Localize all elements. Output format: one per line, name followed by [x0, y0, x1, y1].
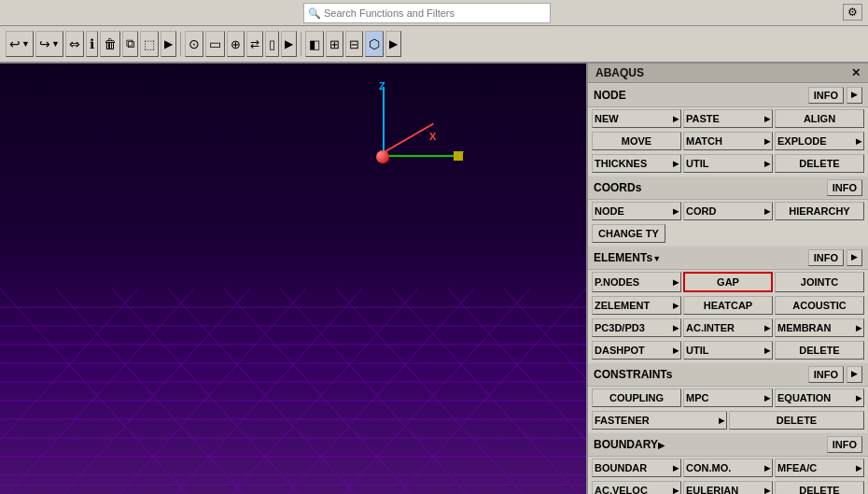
y-axis: [383, 155, 457, 157]
rect-icon: ▭: [209, 36, 221, 51]
redo-arrow: ▼: [51, 39, 60, 49]
filter-icon: ⊕: [231, 37, 241, 51]
elem-pnodes-btn[interactable]: P.NODES▶: [592, 272, 681, 292]
constr-fastener-btn[interactable]: FASTENER▶: [592, 411, 727, 430]
settings-button[interactable]: ⚙: [843, 4, 862, 21]
elem-acinter-btn[interactable]: AC.INTER▶: [683, 318, 773, 337]
undo-btn[interactable]: ↩ ▼: [6, 31, 34, 57]
node-paste-btn[interactable]: PASTE▶: [683, 109, 773, 128]
filter-btn[interactable]: ⊕: [227, 31, 245, 57]
viewport: Z Y X: [0, 64, 586, 494]
svg-line-23: [287, 289, 474, 494]
expand-btn[interactable]: ▶: [161, 31, 176, 57]
coords-cord-btn[interactable]: CORD▶: [683, 202, 773, 220]
cylinder-btn[interactable]: ▯: [265, 31, 279, 57]
expand2-icon: ▶: [285, 37, 293, 50]
rect-btn[interactable]: ▭: [205, 31, 225, 57]
node-explode-btn[interactable]: EXPLODE▶: [775, 132, 864, 150]
delete-btn[interactable]: 🗑: [100, 31, 120, 57]
bnd-boundar-btn[interactable]: BOUNDAR▶: [592, 459, 681, 477]
elem-heatcap-btn[interactable]: HEATCAP: [683, 296, 773, 315]
nav-expand-btn[interactable]: ▶: [385, 31, 401, 57]
elem-jointc-btn[interactable]: JOINTC: [775, 272, 864, 292]
mesh-btn[interactable]: ⊟: [345, 31, 363, 57]
node-section-header: NODE INFO ▶: [588, 83, 868, 107]
constraints-info-arrow[interactable]: ▶: [847, 366, 862, 383]
constraints-section-header: CONSTRAINTs INFO ▶: [588, 362, 868, 387]
info-btn[interactable]: ℹ: [86, 31, 98, 57]
svg-line-20: [504, 289, 586, 494]
elem-delete-btn[interactable]: DELETE: [775, 341, 864, 360]
copy2-btn[interactable]: ⬚: [140, 31, 159, 57]
view3d-btn[interactable]: ◧: [305, 31, 324, 57]
svg-line-29: [0, 289, 138, 494]
node-util-btn[interactable]: UTIL▶: [683, 154, 773, 173]
grid-btn[interactable]: ⊞: [326, 31, 343, 57]
svg-line-11: [0, 289, 187, 494]
info-icon: ℹ: [90, 36, 94, 51]
elements-info-btn[interactable]: INFO: [808, 249, 844, 266]
bnd-conmo-btn[interactable]: CON.MO.▶: [683, 459, 773, 477]
mesh-icon: ⊟: [349, 37, 359, 51]
elem-dashpot-btn[interactable]: DASHPOT▶: [592, 341, 681, 360]
panel: ABAQUS ✕ NODE INFO ▶ NEW▶ PASTE▶: [586, 64, 868, 494]
elem-pc3d-btn[interactable]: PC3D/PD3▶: [592, 318, 681, 337]
bnd-mfeac-btn[interactable]: MFEA/C▶: [775, 459, 864, 477]
panel-close-btn[interactable]: ✕: [851, 66, 861, 79]
elements-section-title: ELEMENTs▼: [594, 251, 661, 264]
svg-line-16: [280, 289, 467, 494]
elem-util-btn[interactable]: UTIL▶: [683, 341, 773, 360]
node-align-btn[interactable]: ALIGN: [775, 109, 864, 128]
elem-gap-btn[interactable]: GAP: [683, 272, 773, 292]
node-new-btn[interactable]: NEW▶: [592, 109, 681, 128]
redo-btn[interactable]: ↪ ▼: [35, 31, 63, 57]
constraints-info-btn[interactable]: INFO: [808, 366, 844, 383]
x-axis-label: X: [429, 131, 436, 142]
svg-line-22: [343, 289, 530, 494]
search-bar[interactable]: 🔍: [303, 3, 551, 23]
elem-acoustic-btn[interactable]: ACOUSTIC: [775, 296, 864, 315]
nav-btn[interactable]: ⬡: [365, 31, 384, 57]
y-axis-end: [454, 151, 463, 161]
constr-mpc-btn[interactable]: MPC▶: [683, 388, 773, 407]
node-info-arrow[interactable]: ▶: [847, 87, 862, 104]
constr-coupling-btn[interactable]: COUPLING: [592, 388, 681, 407]
svg-line-18: [392, 289, 579, 494]
svg-line-28: [7, 289, 194, 494]
elem-zelement-btn[interactable]: ZELEMENT▶: [592, 296, 681, 315]
svg-line-25: [175, 289, 362, 494]
svg-line-14: [168, 289, 355, 494]
node-thick-btn[interactable]: THICKNES▶: [592, 154, 681, 173]
bnd-eulerian-btn[interactable]: EULERIAN▶: [683, 481, 773, 494]
search-icon: 🔍: [308, 7, 321, 20]
search-input[interactable]: [324, 7, 546, 19]
bnd-delete-btn[interactable]: DELETE: [775, 481, 864, 494]
elem-membran-btn[interactable]: MEMBRAN▶: [775, 318, 864, 337]
svg-line-13: [112, 289, 299, 494]
bnd-acveloc-btn[interactable]: AC.VELOC▶: [592, 481, 681, 494]
node-delete-btn[interactable]: DELETE: [775, 154, 864, 173]
copy2-icon: ⬚: [144, 37, 155, 51]
svg-line-24: [231, 289, 418, 494]
node-match-btn[interactable]: MATCH▶: [683, 132, 773, 150]
x-axis: [381, 123, 434, 155]
coords-hierarchy-btn[interactable]: HIERARCHY: [775, 202, 864, 220]
circle-btn[interactable]: ⊙: [185, 31, 203, 57]
boundary-info-btn[interactable]: INFO: [827, 436, 862, 453]
node-move-btn[interactable]: MOVE: [592, 132, 681, 150]
coords-info-btn[interactable]: INFO: [827, 179, 862, 196]
mirror-btn[interactable]: ⇔: [65, 31, 84, 57]
constr-equation-btn[interactable]: EQUATION▶: [775, 388, 864, 407]
constr-delete-btn[interactable]: DELETE: [729, 411, 864, 430]
arrows-btn[interactable]: ⇄: [246, 31, 263, 57]
toolbar2: ↩ ▼ ↪ ▼ ⇔ ℹ 🗑 ⧉ ⬚ ▶ ⊙ ▭ ⊕ ⇄ ▯ ▶ ◧: [0, 26, 868, 64]
node-info-btn[interactable]: INFO: [808, 87, 844, 104]
elements-info-arrow[interactable]: ▶: [847, 249, 862, 266]
svg-line-15: [224, 289, 411, 494]
expand2-btn[interactable]: ▶: [281, 31, 297, 57]
redo-icon: ↪: [39, 36, 50, 51]
svg-line-19: [448, 289, 586, 494]
coords-node-btn[interactable]: NODE▶: [592, 202, 681, 220]
copy-btn[interactable]: ⧉: [122, 31, 138, 57]
coords-changety-btn[interactable]: CHANGE TY: [592, 224, 665, 243]
